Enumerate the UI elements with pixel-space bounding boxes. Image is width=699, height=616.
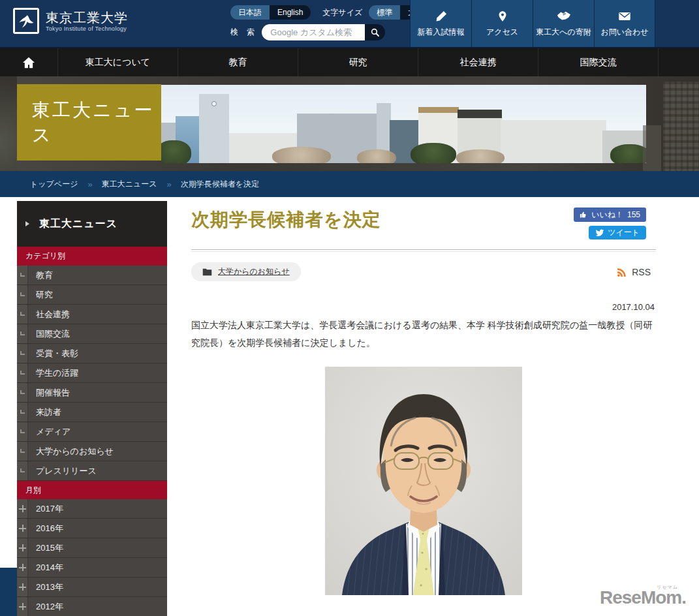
article-title-row: 次期学長候補者を決定 いいね！ 155 ツイート bbox=[191, 208, 656, 244]
font-size-label: 文字サイズ bbox=[322, 7, 362, 18]
search-button[interactable] bbox=[365, 24, 385, 40]
sidebar-year-2015[interactable]: 2015年 bbox=[17, 538, 167, 558]
sidebar-item-society[interactable]: 社会連携 bbox=[17, 305, 167, 324]
branch-icon bbox=[20, 371, 25, 375]
hero-title: 東工大ニュース bbox=[32, 98, 161, 147]
home-icon bbox=[22, 56, 36, 69]
sidebar: 東工大ニュース カテゴリ別 教育 研究 社会連携 国際交流 受賞・表彰 学生の活… bbox=[17, 201, 167, 616]
branch-icon bbox=[20, 390, 25, 394]
expand-plus-icon bbox=[19, 505, 26, 512]
sidebar-item-education[interactable]: 教育 bbox=[17, 266, 167, 285]
tree bbox=[610, 144, 646, 163]
hero-left-shadow bbox=[0, 76, 17, 171]
sidebar-item-students[interactable]: 学生の活躍 bbox=[17, 363, 167, 383]
bare-tree bbox=[357, 149, 396, 163]
site-header: 東京工業大学 Tokyo Institute of Technology 日本語… bbox=[0, 0, 699, 47]
breadcrumb-separator-icon: » bbox=[87, 179, 91, 189]
nav-item-international[interactable]: 国際交流 bbox=[538, 48, 658, 76]
branch-icon bbox=[20, 331, 25, 335]
logo-text: 東京工業大学 Tokyo Institute of Technology bbox=[46, 10, 128, 32]
bare-tree bbox=[272, 147, 331, 163]
article-date: 2017.10.04 bbox=[191, 302, 656, 312]
breadcrumb: トップページ » 東工大ニュース » 次期学長候補者を決定 bbox=[0, 171, 699, 197]
branch-icon bbox=[20, 351, 25, 355]
university-name: 東京工業大学 bbox=[46, 10, 128, 25]
campus-photo bbox=[161, 85, 646, 163]
quick-link-contact[interactable]: お問い合わせ bbox=[594, 0, 655, 47]
sidebar-year-2017[interactable]: 2017年 bbox=[17, 499, 167, 519]
like-count: 155 bbox=[627, 210, 640, 219]
share-buttons: いいね！ 155 ツイート bbox=[574, 208, 646, 239]
hero-title-panel: 東工大ニュース bbox=[17, 84, 161, 161]
campus-building bbox=[501, 120, 606, 163]
twitter-bird-icon bbox=[595, 229, 604, 237]
branch-icon bbox=[20, 292, 25, 296]
sidebar-year-2013[interactable]: 2013年 bbox=[17, 578, 167, 597]
hero-banner: 東工大ニュース bbox=[0, 76, 699, 171]
search-input[interactable] bbox=[262, 24, 365, 40]
quick-link-access[interactable]: アクセス bbox=[471, 0, 533, 47]
expand-plus-icon bbox=[19, 525, 26, 532]
map-pin-icon bbox=[497, 9, 508, 23]
dark-building-silhouette bbox=[643, 125, 661, 171]
watermark-ruby: リセマム bbox=[657, 584, 678, 591]
rss-icon bbox=[617, 267, 627, 277]
tree bbox=[411, 143, 456, 163]
breadcrumb-current: 次期学長候補者を決定 bbox=[181, 179, 259, 190]
nav-filler bbox=[658, 48, 699, 76]
branch-icon bbox=[20, 449, 25, 453]
sidebar-month-header: 月別 bbox=[17, 481, 167, 499]
breadcrumb-home[interactable]: トップページ bbox=[30, 179, 78, 190]
language-ja-button[interactable]: 日本語 bbox=[230, 5, 270, 20]
category-tag-label: 大学からのお知らせ bbox=[218, 266, 290, 277]
nav-item-about[interactable]: 東工大について bbox=[57, 48, 178, 76]
font-size-standard-button[interactable]: 標準 bbox=[369, 5, 400, 20]
facebook-like-button[interactable]: いいね！ 155 bbox=[574, 208, 646, 222]
nav-item-research[interactable]: 研究 bbox=[298, 48, 418, 76]
sidebar-title[interactable]: 東工大ニュース bbox=[17, 201, 167, 247]
swallow-logo-icon bbox=[13, 8, 39, 34]
breadcrumb-news[interactable]: 東工大ニュース bbox=[102, 179, 157, 190]
sidebar-item-awards[interactable]: 受賞・表彰 bbox=[17, 344, 167, 363]
article: 次期学長候補者を決定 いいね！ 155 ツイート bbox=[191, 208, 656, 595]
category-tag[interactable]: 大学からのお知らせ bbox=[191, 262, 301, 281]
expand-plus-icon bbox=[19, 564, 26, 571]
rss-link[interactable]: RSS bbox=[617, 267, 651, 277]
expand-plus-icon bbox=[19, 544, 26, 551]
university-name-en: Tokyo Institute of Technology bbox=[46, 25, 128, 32]
language-fontsize-row: 日本語 English 文字サイズ 標準 大 bbox=[230, 5, 424, 20]
branch-icon bbox=[20, 469, 25, 472]
sidebar-item-press[interactable]: プレスリリース bbox=[17, 461, 167, 481]
dark-tower-silhouette bbox=[663, 82, 699, 171]
sidebar-item-media[interactable]: メディア bbox=[17, 422, 167, 442]
sidebar-year-2014[interactable]: 2014年 bbox=[17, 558, 167, 578]
tweet-button[interactable]: ツイート bbox=[589, 226, 646, 239]
quick-link-donation[interactable]: 東工大への寄附 bbox=[533, 0, 594, 47]
rss-label: RSS bbox=[632, 267, 651, 277]
site-logo[interactable]: 東京工業大学 Tokyo Institute of Technology bbox=[13, 8, 128, 34]
search-icon bbox=[370, 27, 380, 37]
nav-home-button[interactable] bbox=[0, 48, 57, 76]
sidebar-item-notices[interactable]: 大学からのお知らせ bbox=[17, 442, 167, 461]
content-area: 東工大ニュース カテゴリ別 教育 研究 社会連携 国際交流 受賞・表彰 学生の活… bbox=[0, 197, 699, 616]
sidebar-year-2012[interactable]: 2012年 bbox=[17, 597, 167, 616]
nav-item-education[interactable]: 教育 bbox=[178, 48, 298, 76]
sidebar-category-header: カテゴリ別 bbox=[17, 247, 167, 266]
thumbs-up-icon bbox=[580, 211, 587, 219]
meta-row: 大学からのお知らせ RSS bbox=[191, 262, 656, 281]
sidebar-item-visitors[interactable]: 来訪者 bbox=[17, 403, 167, 422]
language-en-button[interactable]: English bbox=[270, 5, 311, 20]
nav-item-society[interactable]: 社会連携 bbox=[418, 48, 538, 76]
search-label: 検 索 bbox=[230, 27, 258, 38]
sidebar-item-research[interactable]: 研究 bbox=[17, 285, 167, 305]
president-photo bbox=[325, 367, 522, 595]
quick-link-admissions[interactable]: 新着入試情報 bbox=[410, 0, 471, 47]
bare-tree bbox=[456, 149, 505, 163]
handshake-icon bbox=[555, 9, 572, 23]
sidebar-item-international[interactable]: 国際交流 bbox=[17, 324, 167, 344]
search-row: 検 索 bbox=[230, 24, 424, 40]
mail-icon bbox=[617, 9, 632, 23]
folder-icon bbox=[202, 268, 212, 276]
sidebar-year-2016[interactable]: 2016年 bbox=[17, 519, 167, 538]
sidebar-item-events[interactable]: 開催報告 bbox=[17, 383, 167, 403]
